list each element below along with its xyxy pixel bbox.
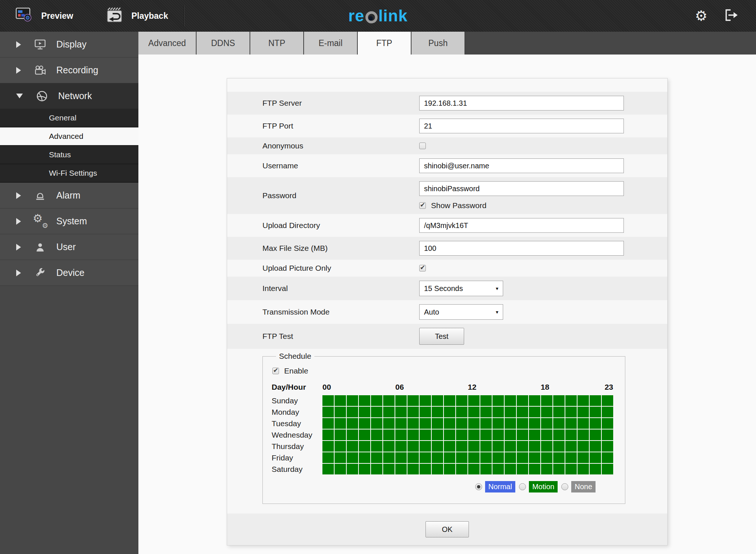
schedule-cell[interactable] xyxy=(553,429,565,440)
schedule-cell[interactable] xyxy=(383,441,395,452)
mode-motion[interactable]: Motion xyxy=(519,481,558,492)
schedule-cell[interactable] xyxy=(359,441,370,452)
playback-nav-button[interactable]: Playback xyxy=(106,7,168,25)
schedule-cell[interactable] xyxy=(505,407,516,417)
schedule-cell[interactable] xyxy=(432,395,443,406)
schedule-cell[interactable] xyxy=(347,418,358,429)
schedule-cell[interactable] xyxy=(517,395,528,406)
schedule-cell[interactable] xyxy=(322,441,334,452)
sidebar-subitem-advanced[interactable]: Advanced xyxy=(0,127,138,146)
schedule-cell[interactable] xyxy=(383,452,395,463)
schedule-cell[interactable] xyxy=(577,407,589,417)
sidebar-item-user[interactable]: User xyxy=(0,234,138,260)
schedule-cell[interactable] xyxy=(505,452,516,463)
schedule-cell[interactable] xyxy=(432,452,443,463)
schedule-cell[interactable] xyxy=(565,395,577,406)
schedule-cell[interactable] xyxy=(577,441,589,452)
logout-icon[interactable] xyxy=(724,9,738,23)
schedule-cell[interactable] xyxy=(432,407,443,417)
interval-select[interactable]: 15 Seconds▾ xyxy=(419,281,503,296)
sidebar-item-alarm[interactable]: Alarm xyxy=(0,183,138,208)
schedule-cell[interactable] xyxy=(492,464,504,474)
schedule-cell[interactable] xyxy=(432,418,443,429)
sidebar-item-display[interactable]: Display xyxy=(0,32,138,57)
schedule-cell[interactable] xyxy=(577,395,589,406)
schedule-cell[interactable] xyxy=(480,429,492,440)
schedule-cell[interactable] xyxy=(371,407,382,417)
schedule-cell[interactable] xyxy=(395,395,407,406)
schedule-cell[interactable] xyxy=(420,464,431,474)
schedule-cell[interactable] xyxy=(565,407,577,417)
schedule-cell[interactable] xyxy=(407,429,419,440)
schedule-cell[interactable] xyxy=(529,441,540,452)
schedule-cell[interactable] xyxy=(553,441,565,452)
schedule-cell[interactable] xyxy=(383,418,395,429)
schedule-cell[interactable] xyxy=(492,395,504,406)
schedule-cell[interactable] xyxy=(565,464,577,474)
schedule-cell[interactable] xyxy=(590,464,601,474)
schedule-cell[interactable] xyxy=(553,452,565,463)
schedule-cell[interactable] xyxy=(565,441,577,452)
schedule-cell[interactable] xyxy=(541,395,552,406)
schedule-cell[interactable] xyxy=(529,395,540,406)
schedule-cell[interactable] xyxy=(480,418,492,429)
schedule-cell[interactable] xyxy=(359,407,370,417)
upload-directory-input[interactable] xyxy=(419,218,624,233)
schedule-cell[interactable] xyxy=(517,464,528,474)
schedule-cell[interactable] xyxy=(602,418,613,429)
schedule-cell[interactable] xyxy=(444,407,455,417)
schedule-cell[interactable] xyxy=(505,441,516,452)
schedule-cell[interactable] xyxy=(517,418,528,429)
schedule-cell[interactable] xyxy=(602,407,613,417)
schedule-cell[interactable] xyxy=(529,429,540,440)
schedule-cell[interactable] xyxy=(456,407,467,417)
gear-icon[interactable]: ⚙ xyxy=(695,9,707,23)
ftp-test-button[interactable]: Test xyxy=(419,328,464,345)
schedule-cell[interactable] xyxy=(505,429,516,440)
schedule-cell[interactable] xyxy=(371,452,382,463)
mode-none[interactable]: None xyxy=(561,481,596,492)
schedule-cell[interactable] xyxy=(420,452,431,463)
sidebar-item-network[interactable]: Network xyxy=(0,83,138,109)
schedule-cell[interactable] xyxy=(347,441,358,452)
schedule-cell[interactable] xyxy=(468,464,480,474)
schedule-cell[interactable] xyxy=(468,452,480,463)
schedule-cell[interactable] xyxy=(444,429,455,440)
schedule-cell[interactable] xyxy=(322,418,334,429)
schedule-cell[interactable] xyxy=(541,452,552,463)
schedule-cell[interactable] xyxy=(590,441,601,452)
password-input[interactable] xyxy=(419,181,624,196)
schedule-cell[interactable] xyxy=(590,407,601,417)
schedule-cell[interactable] xyxy=(468,441,480,452)
sidebar-item-recording[interactable]: Recording xyxy=(0,57,138,83)
schedule-cell[interactable] xyxy=(480,395,492,406)
schedule-cell[interactable] xyxy=(420,418,431,429)
schedule-cell[interactable] xyxy=(395,429,407,440)
sidebar-item-system[interactable]: ⚙⚙System xyxy=(0,208,138,234)
schedule-cell[interactable] xyxy=(395,452,407,463)
schedule-cell[interactable] xyxy=(335,452,346,463)
schedule-cell[interactable] xyxy=(335,429,346,440)
sidebar-item-device[interactable]: Device xyxy=(0,260,138,286)
schedule-cell[interactable] xyxy=(383,429,395,440)
schedule-cell[interactable] xyxy=(383,395,395,406)
schedule-cell[interactable] xyxy=(407,441,419,452)
schedule-cell[interactable] xyxy=(480,407,492,417)
schedule-cell[interactable] xyxy=(517,441,528,452)
schedule-cell[interactable] xyxy=(371,429,382,440)
schedule-cell[interactable] xyxy=(347,464,358,474)
schedule-cell[interactable] xyxy=(371,441,382,452)
schedule-cell[interactable] xyxy=(565,452,577,463)
schedule-cell[interactable] xyxy=(590,429,601,440)
ok-button[interactable]: OK xyxy=(425,521,469,537)
schedule-cell[interactable] xyxy=(541,407,552,417)
schedule-cell[interactable] xyxy=(456,441,467,452)
schedule-cell[interactable] xyxy=(456,395,467,406)
mode-normal[interactable]: Normal xyxy=(475,481,515,492)
schedule-cell[interactable] xyxy=(383,464,395,474)
schedule-cell[interactable] xyxy=(590,452,601,463)
preview-nav-button[interactable]: Preview xyxy=(15,7,73,25)
schedule-cell[interactable] xyxy=(529,418,540,429)
schedule-cell[interactable] xyxy=(577,418,589,429)
schedule-cell[interactable] xyxy=(456,464,467,474)
